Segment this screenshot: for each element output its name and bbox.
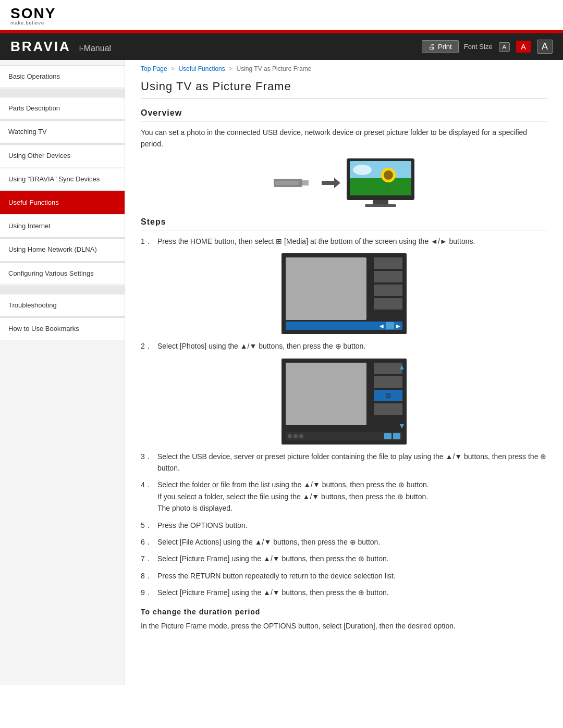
mock-vertical-arrows: ▲ ▼ xyxy=(399,363,405,430)
sidebar-item-basic-operations[interactable]: Basic Operations xyxy=(0,65,125,88)
sidebar-item-using-other-devices[interactable]: Using Other Devices xyxy=(0,144,125,167)
imanual-label: i-Manual xyxy=(79,44,111,53)
font-large-button[interactable]: A xyxy=(537,40,553,54)
mock-sidebar-item-3 xyxy=(374,285,402,296)
sidebar-item-how-to-bookmarks[interactable]: How to Use Bookmarks xyxy=(0,317,125,340)
mock-screen-1 xyxy=(286,257,366,320)
step-2-text: Select [Photos] using the ▲/▼ buttons, t… xyxy=(157,340,547,352)
steps-heading: Steps xyxy=(141,217,547,230)
mock-dot-2 xyxy=(293,434,298,438)
mock-arrow-right: ▶ xyxy=(396,323,400,329)
mock-sidebar-item-2 xyxy=(374,271,402,282)
step-7: 7． Select [Picture Frame] using the ▲/▼ … xyxy=(141,553,547,564)
steps-list-3: 3． Select the USB device, server or pres… xyxy=(141,451,547,599)
svg-rect-6 xyxy=(350,178,411,195)
mock-sidebar2-item-4 xyxy=(374,403,402,415)
change-duration-heading: To change the duration period xyxy=(141,608,547,616)
breadcrumb-top-page[interactable]: Top Page xyxy=(141,65,167,72)
step-5: 5． Press the OPTIONS button. xyxy=(141,520,547,531)
sony-logo: SONY make.believe xyxy=(10,6,553,26)
step-9-number: 9． xyxy=(141,587,153,598)
step-6-number: 6． xyxy=(141,536,153,548)
overview-text: You can set a photo in the connected USB… xyxy=(141,127,547,150)
step-1: 1． Press the HOME button, then select ⊞ … xyxy=(141,236,547,247)
mock-dot-3 xyxy=(299,434,303,438)
sidebar-item-watching-tv[interactable]: Watching TV xyxy=(0,120,125,143)
svg-rect-1 xyxy=(302,180,309,186)
step-2-number: 2． xyxy=(141,340,153,352)
print-button[interactable]: 🖨 Print xyxy=(422,40,459,53)
svg-rect-12 xyxy=(365,204,396,207)
step-9: 9． Select [Picture Frame] using the ▲/▼ … xyxy=(141,587,547,598)
step-4-text: Select the folder or file from the list … xyxy=(157,479,547,514)
mock-dot-1 xyxy=(288,434,292,438)
content-area: Top Page > Useful Functions > Using TV a… xyxy=(125,60,563,685)
sidebar-item-useful-functions[interactable]: Useful Functions xyxy=(0,191,125,214)
sidebar-item-using-bravia-sync[interactable]: Using "BRAVIA" Sync Devices xyxy=(0,168,125,191)
step-3: 3． Select the USB device, server or pres… xyxy=(141,451,547,474)
step-1-number: 1． xyxy=(141,236,153,247)
step-7-text: Select [Picture Frame] using the ▲/▼ but… xyxy=(157,553,547,564)
step-3-text: Select the USB device, server or preset … xyxy=(157,451,547,474)
sidebar: Basic Operations Parts Description Watch… xyxy=(0,60,125,685)
mock-sidebar-item-1 xyxy=(374,257,402,269)
change-duration-text: In the Picture Frame mode, press the OPT… xyxy=(141,620,547,632)
mock-sidebar-item-4 xyxy=(374,298,402,310)
step-6-text: Select [File Actions] using the ▲/▼ butt… xyxy=(157,536,547,548)
font-size-label: Font Size xyxy=(464,43,493,51)
sidebar-item-using-internet[interactable]: Using Internet xyxy=(0,215,125,238)
mock-media-icon xyxy=(386,322,394,329)
header-left: BRAVIA i-Manual xyxy=(10,39,111,55)
breadcrumb-sep-2: > xyxy=(229,65,232,72)
sidebar-item-using-home-network[interactable]: Using Home Network (DLNA) xyxy=(0,238,125,261)
mock-screen-2 xyxy=(286,363,366,425)
step-8: 8． Press the RETURN button repeatedly to… xyxy=(141,570,547,582)
step-5-text: Press the OPTIONS button. xyxy=(157,520,547,531)
sidebar-gap-1 xyxy=(0,89,125,97)
steps-list-2: 2． Select [Photos] using the ▲/▼ buttons… xyxy=(141,340,547,352)
step-7-number: 7． xyxy=(141,553,153,564)
step-8-number: 8． xyxy=(141,570,153,582)
usb-icon xyxy=(274,174,315,192)
tv-icon xyxy=(347,158,414,208)
main-layout: Basic Operations Parts Description Watch… xyxy=(0,60,563,685)
mock-sidebar-2 xyxy=(374,363,402,425)
arrow-down: ▼ xyxy=(398,422,406,430)
step-6: 6． Select [File Actions] using the ▲/▼ b… xyxy=(141,536,547,548)
step-2: 2． Select [Photos] using the ▲/▼ buttons… xyxy=(141,340,547,352)
top-bar: SONY make.believe xyxy=(0,0,563,30)
step-9-text: Select [Picture Frame] using the ▲/▼ but… xyxy=(157,587,547,598)
print-icon: 🖨 xyxy=(429,43,435,51)
usb-tv-image xyxy=(141,158,547,208)
mock-bottom-bar-2 xyxy=(286,432,402,440)
arrow-up: ▲ xyxy=(398,363,406,371)
step-5-number: 5． xyxy=(141,520,153,531)
sony-tagline: make.believe xyxy=(10,21,553,26)
svg-point-10 xyxy=(353,165,372,175)
breadcrumb-current: Using TV as Picture Frame xyxy=(237,65,312,72)
mock-bottom-bar-1: ◀ ▶ xyxy=(286,322,402,330)
mock-sidebar2-item-2 xyxy=(374,376,402,388)
font-medium-button[interactable]: A xyxy=(516,41,531,53)
screenshot-2: ▲ ▼ xyxy=(282,359,407,445)
bravia-title: BRAVIA xyxy=(10,39,71,55)
svg-point-9 xyxy=(384,170,393,180)
illustration xyxy=(274,158,414,208)
breadcrumb-sep-1: > xyxy=(171,65,175,72)
step-4: 4． Select the folder or file from the li… xyxy=(141,479,547,514)
arrow-icon xyxy=(322,177,340,189)
mock-sidebar2-item-3-active xyxy=(374,390,402,401)
sidebar-item-configuring-settings[interactable]: Configuring Various Settings xyxy=(0,262,125,285)
breadcrumb-useful-functions[interactable]: Useful Functions xyxy=(178,65,225,72)
font-small-button[interactable]: A xyxy=(499,42,510,52)
svg-marker-3 xyxy=(322,178,340,188)
mock-fwd-btn xyxy=(393,433,400,439)
mock-sidebar-1 xyxy=(374,257,402,320)
page-title: Using TV as Picture Frame xyxy=(141,80,547,99)
svg-rect-11 xyxy=(373,200,388,204)
step-1-text: Press the HOME button, then select ⊞ [Me… xyxy=(157,236,547,247)
step-4-number: 4． xyxy=(141,479,153,514)
sidebar-item-troubleshooting[interactable]: Troubleshooting xyxy=(0,294,125,317)
sidebar-item-parts-description[interactable]: Parts Description xyxy=(0,97,125,120)
svg-rect-2 xyxy=(275,181,299,185)
